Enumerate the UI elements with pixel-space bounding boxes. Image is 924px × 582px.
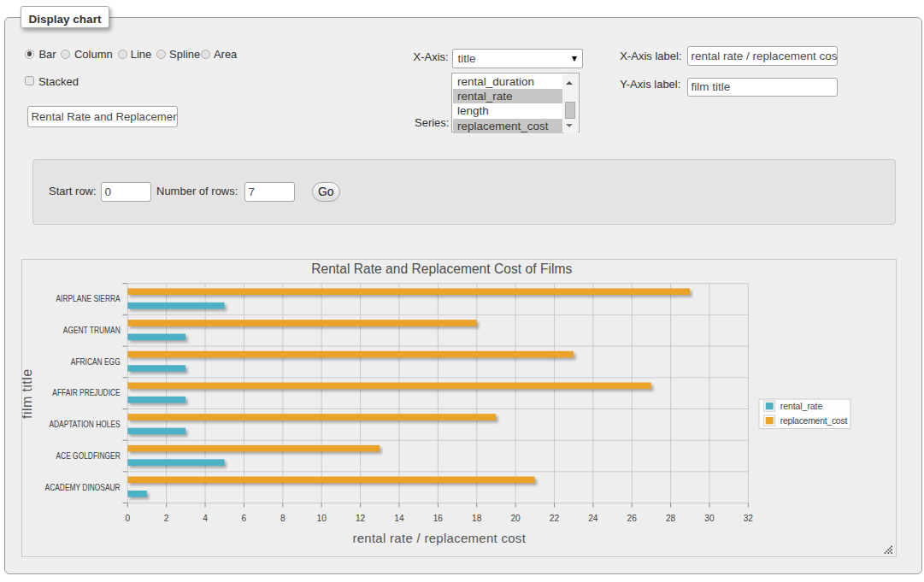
svg-text:26: 26: [627, 514, 638, 523]
svg-text:replacement_cost: replacement_cost: [780, 415, 848, 426]
svg-text:AGENT TRUMAN: AGENT TRUMAN: [63, 326, 121, 335]
svg-text:AIRPLANE SIERRA: AIRPLANE SIERRA: [56, 294, 121, 303]
svg-text:ACE GOLDFINGER: ACE GOLDFINGER: [56, 451, 121, 461]
svg-text:32: 32: [744, 514, 754, 523]
svg-text:AFFAIR PREJUDICE: AFFAIR PREJUDICE: [52, 388, 121, 397]
svg-text:0: 0: [125, 514, 130, 523]
svg-text:10: 10: [317, 514, 327, 523]
svg-text:8: 8: [280, 514, 285, 523]
svg-text:30: 30: [704, 514, 715, 523]
svg-text:16: 16: [433, 514, 444, 523]
svg-text:film title: film title: [22, 369, 35, 419]
svg-text:Rental Rate and Replacement Co: Rental Rate and Replacement Cost of Film…: [311, 262, 572, 276]
svg-text:ACADEMY DINOSAUR: ACADEMY DINOSAUR: [45, 483, 121, 492]
svg-text:18: 18: [472, 514, 482, 523]
svg-text:2: 2: [164, 514, 169, 523]
svg-text:24: 24: [588, 514, 598, 523]
svg-text:22: 22: [550, 514, 560, 523]
svg-text:AFRICAN EGG: AFRICAN EGG: [71, 357, 121, 367]
svg-text:6: 6: [242, 514, 247, 523]
svg-text:rental rate / replacement cost: rental rate / replacement cost: [352, 531, 526, 545]
svg-text:28: 28: [666, 514, 676, 523]
svg-text:rental_rate: rental_rate: [780, 401, 823, 411]
svg-text:4: 4: [203, 514, 208, 523]
svg-text:12: 12: [356, 514, 366, 523]
svg-text:20: 20: [510, 514, 521, 523]
svg-text:ADAPTATION HOLES: ADAPTATION HOLES: [49, 420, 121, 429]
svg-text:14: 14: [394, 514, 404, 523]
